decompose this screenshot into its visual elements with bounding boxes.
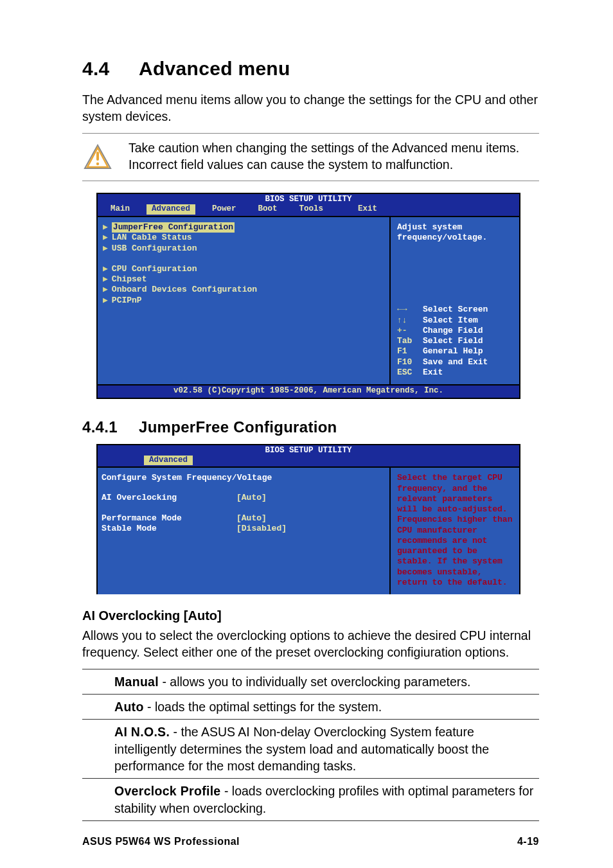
bios-tab-boot: Boot bbox=[253, 204, 283, 215]
nav-key: ESC bbox=[397, 368, 416, 378]
bios-title: BIOS SETUP UTILITY bbox=[98, 194, 519, 204]
setting-performance-mode: Performance Mode [Auto] bbox=[102, 513, 383, 524]
setting-description: Allows you to select the overclocking op… bbox=[82, 627, 539, 661]
option-manual: Manual - allows you to individually set … bbox=[82, 669, 539, 694]
setting-name: Stable Mode bbox=[102, 524, 236, 534]
menu-jumperfree-configuration: ▶JumperFree Configuration bbox=[102, 222, 383, 233]
bios-main-pane: ▶JumperFree Configuration ▶LAN Cable Sta… bbox=[98, 217, 391, 384]
nav-desc: Select Field bbox=[423, 336, 483, 346]
nav-desc: Exit bbox=[423, 368, 443, 378]
option-name: AI N.O.S. bbox=[114, 725, 170, 739]
caution-text: Take caution when changing the settings … bbox=[129, 140, 539, 173]
nav-key: ←→ bbox=[397, 305, 416, 315]
option-ai-nos: AI N.O.S. - the ASUS AI Non-delay Overcl… bbox=[82, 719, 539, 778]
caution-callout: Take caution when changing the settings … bbox=[82, 133, 539, 182]
menu-cpu-configuration: ▶CPU Configuration bbox=[102, 264, 383, 274]
footer-product-name: ASUS P5W64 WS Professional bbox=[82, 836, 240, 847]
bios-main-pane: Configure System Frequency/Voltage AI Ov… bbox=[98, 468, 391, 594]
bios-help-pane: Adjust system frequency/voltage. ←→Selec… bbox=[391, 217, 519, 384]
setting-value: [Auto] bbox=[236, 513, 267, 524]
submenu-arrow-icon: ▶ bbox=[103, 222, 108, 233]
nav-desc: Save and Exit bbox=[423, 357, 488, 368]
nav-key: Tab bbox=[397, 336, 416, 346]
setting-heading-value: [Auto] bbox=[184, 608, 222, 623]
submenu-arrow-icon: ▶ bbox=[103, 296, 108, 306]
menu-chipset: ▶Chipset bbox=[102, 274, 383, 285]
menu-usb-configuration: ▶USB Configuration bbox=[102, 244, 383, 254]
bios-tab-advanced: Advanced bbox=[144, 456, 193, 466]
options-list: Manual - allows you to individually set … bbox=[82, 669, 539, 821]
bios-tab-exit: Exit bbox=[353, 204, 382, 215]
setting-name: AI Overclocking bbox=[102, 493, 236, 503]
nav-desc: General Help bbox=[423, 346, 483, 357]
section-number: 4.4 bbox=[82, 58, 139, 80]
submenu-arrow-icon: ▶ bbox=[103, 244, 108, 254]
nav-key: ↑↓ bbox=[397, 315, 416, 326]
menu-pcipnp: ▶PCIPnP bbox=[102, 296, 383, 306]
bios-help-text: Select the target CPU frequency, and the… bbox=[397, 473, 513, 588]
option-text: - allows you to individually set overclo… bbox=[159, 675, 471, 689]
bios-tab-bar: Advanced bbox=[98, 456, 519, 467]
setting-ai-overclocking: AI Overclocking [Auto] bbox=[102, 493, 383, 503]
option-text: - loads the optimal settings for the sys… bbox=[144, 700, 382, 714]
bios-tab-main: Main bbox=[105, 204, 135, 215]
submenu-arrow-icon: ▶ bbox=[103, 285, 108, 295]
bios-help-text: Adjust system frequency/voltage. bbox=[397, 222, 513, 244]
warning-icon bbox=[84, 144, 112, 170]
setting-name: Performance Mode bbox=[102, 513, 236, 524]
page-footer: ASUS P5W64 WS Professional 4-19 bbox=[82, 836, 539, 847]
bios-help-pane: Select the target CPU frequency, and the… bbox=[391, 468, 519, 594]
svg-point-3 bbox=[96, 162, 99, 164]
bios-pane-heading: Configure System Frequency/Voltage bbox=[102, 473, 383, 483]
nav-key: F1 bbox=[397, 346, 416, 357]
bios-tab-advanced: Advanced bbox=[147, 204, 195, 215]
nav-desc: Select Screen bbox=[423, 305, 488, 315]
option-overclock-profile: Overclock Profile - loads overclocking p… bbox=[82, 778, 539, 821]
bios-title: BIOS SETUP UTILITY bbox=[98, 445, 519, 456]
subsection-number: 4.4.1 bbox=[82, 418, 139, 436]
section-heading: 4.4Advanced menu bbox=[82, 58, 539, 80]
bios-tab-bar: Main Advanced Power Boot Tools Exit bbox=[98, 204, 519, 216]
submenu-arrow-icon: ▶ bbox=[103, 233, 108, 243]
bios-screenshot-advanced-menu: BIOS SETUP UTILITY Main Advanced Power B… bbox=[96, 193, 520, 398]
option-name: Auto bbox=[114, 700, 144, 714]
subsection-title-text: JumperFree Configuration bbox=[139, 418, 337, 436]
setting-value: [Disabled] bbox=[236, 524, 287, 534]
setting-heading-name: AI Overclocking bbox=[82, 608, 180, 623]
section-title-text: Advanced menu bbox=[139, 58, 290, 79]
option-name: Manual bbox=[114, 675, 159, 689]
subsection-heading: 4.4.1JumperFree Configuration bbox=[82, 418, 539, 436]
menu-lan-cable-status: ▶LAN Cable Status bbox=[102, 233, 383, 243]
nav-key: F10 bbox=[397, 357, 416, 368]
bios-screenshot-jumperfree: BIOS SETUP UTILITY Advanced Configure Sy… bbox=[96, 444, 520, 594]
submenu-arrow-icon: ▶ bbox=[103, 264, 108, 274]
bios-copyright-footer: v02.58 (C)Copyright 1985-2006, American … bbox=[98, 384, 519, 398]
setting-stable-mode: Stable Mode [Disabled] bbox=[102, 524, 383, 534]
bios-tab-power: Power bbox=[207, 204, 242, 215]
option-name: Overclock Profile bbox=[114, 784, 221, 798]
option-text: - the ASUS AI Non-delay Overclocking Sys… bbox=[114, 725, 489, 773]
svg-rect-2 bbox=[96, 152, 99, 161]
nav-desc: Change Field bbox=[423, 326, 483, 336]
footer-page-number: 4-19 bbox=[517, 836, 539, 847]
nav-desc: Select Item bbox=[423, 315, 478, 326]
intro-paragraph: The Advanced menu items allow you to cha… bbox=[82, 91, 539, 125]
setting-value: [Auto] bbox=[236, 493, 267, 503]
menu-onboard-devices-configuration: ▶Onboard Devices Configuration bbox=[102, 285, 383, 295]
bios-tab-tools: Tools bbox=[294, 204, 329, 215]
option-auto: Auto - loads the optimal settings for th… bbox=[82, 694, 539, 719]
setting-heading: AI Overclocking [Auto] bbox=[82, 608, 539, 623]
bios-nav-help: ←→Select Screen ↑↓Select Item +-Change F… bbox=[397, 272, 513, 378]
nav-key: +- bbox=[397, 326, 416, 336]
submenu-arrow-icon: ▶ bbox=[103, 274, 108, 285]
